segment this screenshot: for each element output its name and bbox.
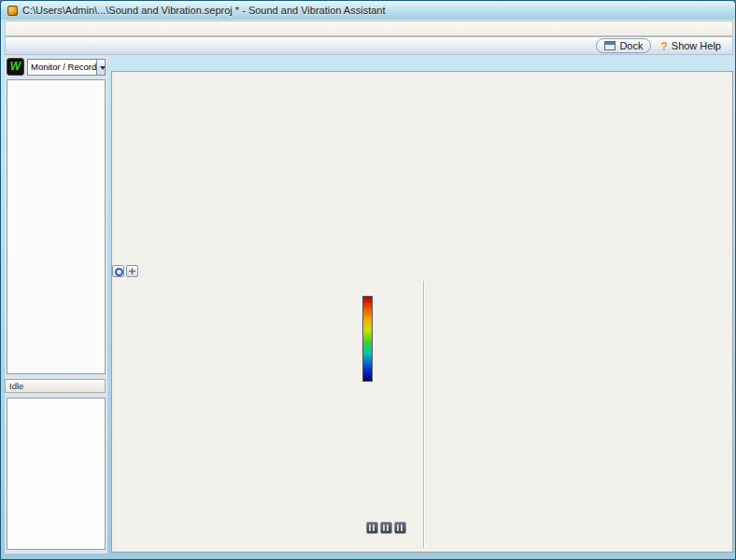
colormap-plot[interactable] (153, 290, 356, 511)
steps-panel (7, 79, 106, 374)
chevron-down-icon[interactable] (96, 60, 105, 75)
colormap-pan-tool[interactable] (394, 522, 406, 534)
status-bar: Idle (5, 379, 106, 393)
dock-label: Dock (619, 40, 643, 51)
time-waveform-plot[interactable] (137, 74, 729, 260)
colorbar (362, 296, 373, 382)
mode-select-value: Monitor / Record (28, 62, 96, 72)
panel-divider (423, 281, 424, 548)
colormap-zoom-tool[interactable] (380, 522, 392, 534)
app-logo: W (7, 58, 24, 76)
title-bar[interactable]: C:\Users\Admin\...\Sound and Vibration.s… (1, 1, 735, 20)
app-window: C:\Users\Admin\...\Sound and Vibration.s… (0, 0, 736, 560)
waterfall-plot[interactable] (459, 284, 666, 511)
mode-select[interactable]: Monitor / Record (27, 59, 106, 76)
dock-button[interactable]: Dock (596, 38, 651, 53)
toolbar: Dock ? Show Help (5, 36, 733, 55)
menu-bar (5, 21, 733, 36)
logs-panel (7, 398, 106, 550)
colormap-cursor-tool[interactable] (366, 522, 378, 534)
dock-icon (604, 41, 616, 50)
graph-zoom-tool[interactable] (112, 265, 124, 277)
tab-bar (111, 55, 733, 71)
sidebar: W Monitor / Record Idle (5, 56, 107, 553)
show-help-label: Show Help (672, 40, 721, 51)
help-icon: ? (660, 40, 667, 51)
graph-pan-tool[interactable] (126, 265, 138, 277)
window-title: C:\Users\Admin\...\Sound and Vibration.s… (22, 5, 385, 16)
app-icon (7, 6, 18, 16)
show-help-button[interactable]: ? Show Help (655, 38, 727, 53)
